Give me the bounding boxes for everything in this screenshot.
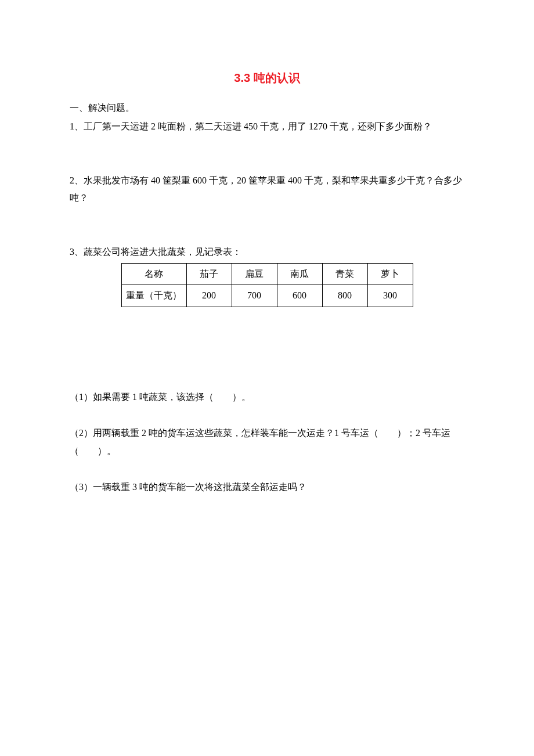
section-heading: 一、解决问题。 bbox=[70, 99, 464, 117]
header-name: 名称 bbox=[121, 263, 186, 285]
header-col: 萝卜 bbox=[367, 263, 413, 285]
header-col: 南瓜 bbox=[277, 263, 322, 285]
problem-3-sub3: （3）一辆载重 3 吨的货车能一次将这批蔬菜全部运走吗？ bbox=[70, 478, 464, 496]
header-col: 青菜 bbox=[322, 263, 367, 285]
problem-3-intro: 3、蔬菜公司将运进大批蔬菜，见记录表： bbox=[70, 243, 464, 261]
cell-value: 800 bbox=[322, 285, 367, 307]
blank-space bbox=[70, 208, 464, 243]
cell-value: 600 bbox=[277, 285, 322, 307]
blank-space bbox=[70, 461, 464, 478]
table-header-row: 名称 茄子 扁豆 南瓜 青菜 萝卜 bbox=[121, 263, 413, 285]
cell-value: 300 bbox=[367, 285, 413, 307]
problem-3-sub1: （1）如果需要 1 吨蔬菜，该选择（ ）。 bbox=[70, 388, 464, 406]
cell-value: 200 bbox=[186, 285, 232, 307]
row-label: 重量（千克） bbox=[121, 285, 186, 307]
blank-space bbox=[70, 137, 464, 172]
header-col: 茄子 bbox=[186, 263, 232, 285]
problem-2: 2、水果批发市场有 40 筐梨重 600 千克，20 筐苹果重 400 千克，梨… bbox=[70, 172, 464, 207]
blank-space bbox=[70, 407, 464, 424]
vegetable-table: 名称 茄子 扁豆 南瓜 青菜 萝卜 重量（千克） 200 700 600 800… bbox=[121, 263, 413, 307]
problem-1: 1、工厂第一天运进 2 吨面粉，第二天运进 450 千克，用了 1270 千克，… bbox=[70, 118, 464, 135]
header-col: 扁豆 bbox=[232, 263, 277, 285]
problem-3-sub2: （2）用两辆载重 2 吨的货车运这些蔬菜，怎样装车能一次运走？1 号车运（ ）；… bbox=[70, 424, 464, 460]
cell-value: 700 bbox=[232, 285, 277, 307]
blank-space bbox=[70, 307, 464, 388]
table-data-row: 重量（千克） 200 700 600 800 300 bbox=[121, 285, 413, 307]
page-title: 3.3 吨的认识 bbox=[70, 67, 464, 89]
